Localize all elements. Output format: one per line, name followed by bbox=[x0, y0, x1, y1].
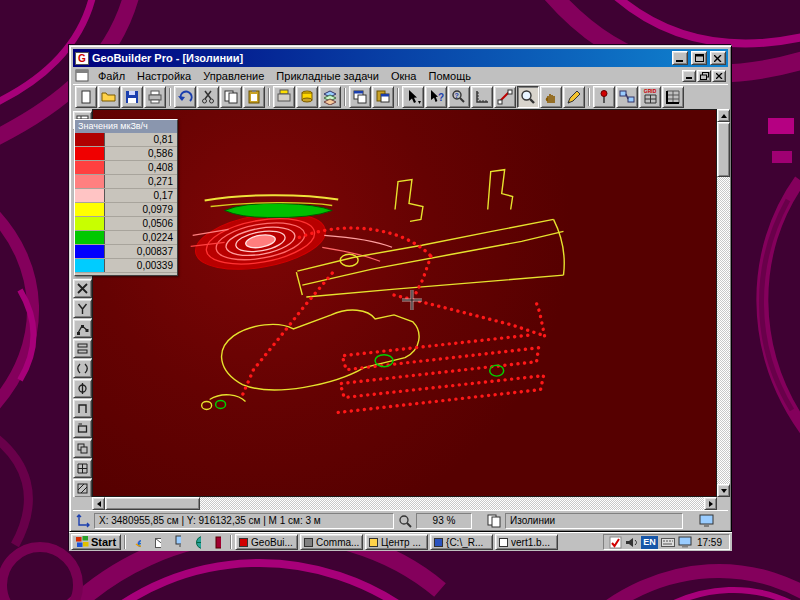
clipboard-icon bbox=[246, 89, 262, 105]
vertical-scrollbar[interactable] bbox=[717, 109, 730, 497]
delete-contour-tool[interactable] bbox=[73, 279, 92, 298]
legend-value: 0,00339 bbox=[105, 259, 177, 272]
status-bar: X: 3480955,85 см | Y: 916132,35 см | М 1… bbox=[73, 510, 728, 530]
split-branch-tool[interactable] bbox=[73, 299, 92, 318]
grid-button[interactable]: GRID bbox=[639, 86, 661, 108]
map-canvas[interactable] bbox=[92, 109, 717, 497]
menu-item[interactable]: Окна bbox=[385, 69, 423, 83]
cylinder-icon bbox=[299, 89, 315, 105]
open-button[interactable] bbox=[98, 86, 120, 108]
status-layer-name: Изолинии bbox=[505, 513, 683, 529]
plot-button[interactable] bbox=[273, 86, 295, 108]
taskbar-clock[interactable]: 17:59 bbox=[695, 537, 724, 548]
task-button[interactable]: vert1.b... bbox=[495, 534, 558, 550]
task-label: Comma... bbox=[316, 537, 359, 548]
menu-item[interactable]: Прикладные задачи bbox=[270, 69, 385, 83]
media-quicklaunch-button[interactable] bbox=[209, 534, 227, 550]
new-button[interactable] bbox=[75, 86, 97, 108]
table-button[interactable] bbox=[662, 86, 684, 108]
paste-map-button[interactable] bbox=[372, 86, 394, 108]
maximize-button[interactable] bbox=[691, 51, 707, 65]
draw-button[interactable] bbox=[563, 86, 585, 108]
small-grid-tool[interactable] bbox=[73, 459, 92, 478]
scroll-up-button[interactable] bbox=[717, 109, 730, 122]
task-button[interactable]: Comma... bbox=[300, 534, 363, 550]
scroll-down-button[interactable] bbox=[717, 484, 730, 497]
vertical-scroll-thumb[interactable] bbox=[717, 122, 730, 177]
desktop-quicklaunch-button[interactable] bbox=[169, 534, 187, 550]
export-3d-button[interactable] bbox=[296, 86, 318, 108]
undo-button[interactable] bbox=[174, 86, 196, 108]
mail-quicklaunch-button[interactable] bbox=[149, 534, 167, 550]
hatch-tool[interactable] bbox=[73, 479, 92, 498]
language-indicator[interactable]: EN bbox=[641, 536, 658, 549]
ruler-button[interactable] bbox=[471, 86, 493, 108]
layers-button[interactable] bbox=[319, 86, 341, 108]
menu-item[interactable]: Файл bbox=[92, 69, 131, 83]
media-player-icon bbox=[215, 536, 221, 549]
status-monitor-icon bbox=[699, 513, 715, 529]
polygon-tool[interactable] bbox=[73, 399, 92, 418]
legend-panel[interactable]: Значения мкЗв/ч 0,81 0,586 0,408 bbox=[74, 119, 178, 276]
document-window-icon[interactable] bbox=[75, 69, 89, 82]
ie-quicklaunch-button[interactable]: e bbox=[129, 534, 147, 550]
copy-pages-icon bbox=[223, 89, 239, 105]
menu-item[interactable]: Управление bbox=[197, 69, 270, 83]
channels-quicklaunch-button[interactable] bbox=[189, 534, 207, 550]
zoom-help-button[interactable]: ? bbox=[448, 86, 470, 108]
layer-rows-tool[interactable] bbox=[73, 339, 92, 358]
display-tray-icon[interactable] bbox=[678, 536, 692, 548]
print-button[interactable] bbox=[144, 86, 166, 108]
measure-button[interactable] bbox=[494, 86, 516, 108]
copy-button[interactable] bbox=[220, 86, 242, 108]
network-icon bbox=[619, 89, 635, 105]
taskbar: Start e GeoBui... Comma... Центр ... bbox=[69, 532, 732, 551]
save-button[interactable] bbox=[121, 86, 143, 108]
windows-logo-icon bbox=[76, 536, 89, 548]
copy-map-button[interactable] bbox=[349, 86, 371, 108]
polyline-nodes-icon bbox=[76, 322, 89, 335]
select-cursor-button[interactable] bbox=[402, 86, 424, 108]
scroll-left-button[interactable] bbox=[92, 497, 105, 510]
task-button[interactable]: {C:\_R... bbox=[430, 534, 493, 550]
pan-button[interactable] bbox=[540, 86, 562, 108]
node-edit-tool[interactable] bbox=[73, 319, 92, 338]
keyboard-tray-icon[interactable] bbox=[661, 537, 675, 548]
zoom-button[interactable] bbox=[517, 86, 539, 108]
mdi-close-button[interactable] bbox=[712, 70, 726, 82]
polygon-icon bbox=[76, 402, 89, 415]
rows-icon bbox=[76, 342, 89, 355]
rect-select-tool[interactable] bbox=[73, 419, 92, 438]
volume-tray-icon[interactable] bbox=[625, 536, 638, 549]
legend-value: 0,0224 bbox=[105, 231, 177, 244]
status-zoom: 93 % bbox=[416, 513, 472, 529]
rotate-tool[interactable] bbox=[73, 379, 92, 398]
geobuilder-app-icon[interactable]: G bbox=[75, 52, 89, 65]
scheduler-tray-icon[interactable] bbox=[609, 536, 622, 549]
horizontal-scroll-thumb[interactable] bbox=[105, 497, 200, 510]
minimize-button[interactable] bbox=[672, 51, 688, 65]
mirror-tool[interactable] bbox=[73, 359, 92, 378]
pushpin-icon bbox=[596, 89, 612, 105]
paste-button[interactable] bbox=[243, 86, 265, 108]
legend-rows: 0,81 0,586 0,408 0,271 bbox=[75, 133, 177, 273]
mdi-restore-button[interactable] bbox=[697, 70, 711, 82]
horizontal-scrollbar[interactable] bbox=[92, 497, 717, 510]
menu-item[interactable]: Настройка bbox=[131, 69, 197, 83]
start-button[interactable]: Start bbox=[71, 534, 121, 550]
task-button[interactable]: Центр ... bbox=[365, 534, 428, 550]
legend-row: 0,0224 bbox=[75, 231, 177, 245]
task-icon bbox=[304, 538, 313, 547]
task-button[interactable]: GeoBui... bbox=[235, 534, 298, 550]
legend-row: 0,0979 bbox=[75, 203, 177, 217]
scroll-right-button[interactable] bbox=[704, 497, 717, 510]
copy-area-tool[interactable] bbox=[73, 439, 92, 458]
close-button[interactable] bbox=[710, 51, 726, 65]
pin-button[interactable] bbox=[593, 86, 615, 108]
cut-button[interactable] bbox=[197, 86, 219, 108]
pencil-icon bbox=[566, 89, 582, 105]
link-button[interactable] bbox=[616, 86, 638, 108]
menu-item[interactable]: Помощь bbox=[422, 69, 477, 83]
info-cursor-button[interactable]: ? bbox=[425, 86, 447, 108]
mdi-minimize-button[interactable] bbox=[682, 70, 696, 82]
